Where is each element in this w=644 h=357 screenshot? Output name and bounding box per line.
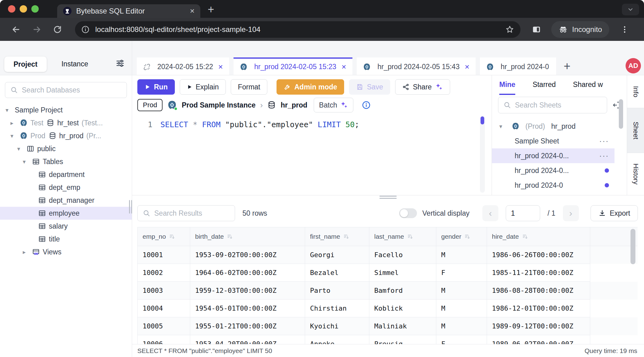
table-row[interactable]: 100051955-01-21T00:00:00ZKyoichiMaliniak… bbox=[137, 317, 638, 335]
table-cell[interactable]: M bbox=[436, 317, 487, 335]
sort-icon[interactable] bbox=[169, 233, 175, 240]
new-worksheet-button[interactable]: + bbox=[560, 57, 573, 75]
table-row[interactable]: 100011953-09-02T00:00:00ZGeorgiFacelloM1… bbox=[137, 246, 638, 264]
next-page-button[interactable]: › bbox=[563, 205, 579, 221]
table-cell[interactable]: Kyoichi bbox=[305, 317, 369, 335]
tree-item-views[interactable]: ▸Views bbox=[0, 245, 132, 258]
table-scrollbar-thumb[interactable] bbox=[630, 229, 635, 264]
table-cell[interactable]: Simmel bbox=[369, 264, 436, 282]
worksheet-tab[interactable]: hr_prod 2024-0 bbox=[480, 57, 556, 75]
chevron-right-icon[interactable]: ▸ bbox=[10, 120, 20, 127]
table-cell[interactable]: 1986-06-26T00:00:00Z bbox=[487, 246, 590, 264]
column-header-gender[interactable]: gender bbox=[436, 227, 487, 246]
table-cell[interactable]: F bbox=[436, 264, 487, 282]
side-panel-icon[interactable] bbox=[532, 25, 541, 34]
chevron-down-icon[interactable]: ▾ bbox=[499, 123, 509, 130]
browser-menu-icon[interactable] bbox=[620, 25, 629, 34]
chevron-down-icon[interactable]: ▾ bbox=[17, 145, 26, 152]
tree-item-sample-project[interactable]: ▾Sample Project bbox=[0, 104, 132, 116]
tree-item-salary[interactable]: salary bbox=[0, 220, 132, 233]
search-sheets-input[interactable]: Search Sheets bbox=[498, 97, 607, 113]
sort-icon[interactable] bbox=[407, 233, 413, 240]
table-cell[interactable]: 10005 bbox=[137, 317, 190, 335]
tree-item-employee[interactable]: employee bbox=[0, 207, 132, 220]
table-cell[interactable]: M bbox=[436, 282, 487, 300]
table-cell[interactable]: Anneke bbox=[305, 335, 369, 344]
column-header-first_name[interactable]: first_name bbox=[305, 227, 369, 246]
strip-tab-history[interactable]: History bbox=[627, 153, 644, 195]
browser-new-tab-button[interactable]: + bbox=[208, 3, 214, 16]
filter-sliders-icon[interactable] bbox=[115, 58, 125, 68]
sort-icon[interactable] bbox=[227, 233, 233, 240]
table-cell[interactable]: 1989-09-12T00:00:00Z bbox=[487, 317, 590, 335]
chevron-right-icon[interactable]: ▸ bbox=[23, 249, 32, 256]
minimize-window-button[interactable] bbox=[20, 5, 27, 13]
table-cell[interactable]: 1989-06-02T00:00:00Z bbox=[487, 335, 590, 344]
table-cell[interactable]: 1959-12-03T00:00:00Z bbox=[190, 282, 305, 300]
info-circle-icon[interactable] bbox=[362, 100, 371, 110]
avatar[interactable]: AD bbox=[626, 58, 641, 73]
panel-splitter[interactable] bbox=[132, 195, 644, 199]
sort-icon[interactable] bbox=[343, 233, 349, 240]
table-cell[interactable]: 1986-12-01T00:00:00Z bbox=[487, 300, 590, 317]
close-browser-tab-icon[interactable]: ✕ bbox=[190, 7, 195, 15]
search-databases-input[interactable]: Search Databases bbox=[5, 82, 127, 98]
prev-page-button[interactable]: ‹ bbox=[482, 205, 498, 221]
table-cell[interactable]: Koblick bbox=[369, 300, 436, 317]
database-name[interactable]: hr_prod bbox=[281, 101, 307, 109]
sheet-tab-shared-w[interactable]: Shared w bbox=[573, 75, 603, 95]
page-number-input[interactable]: 1 bbox=[506, 205, 540, 221]
table-cell[interactable]: Bezalel bbox=[305, 264, 369, 282]
table-row[interactable]: 100061953-04-20T00:00:00ZAnnekePreusigF1… bbox=[137, 335, 638, 344]
table-cell[interactable]: 10002 bbox=[137, 264, 190, 282]
sort-icon[interactable] bbox=[522, 233, 528, 240]
table-row[interactable]: 100031959-12-03T00:00:00ZPartoBamfordM19… bbox=[137, 282, 638, 300]
editor-scrollbar[interactable] bbox=[480, 116, 485, 193]
address-bar[interactable]: localhost:8080/sql-editor/sheet/project-… bbox=[75, 21, 520, 38]
table-cell[interactable]: F bbox=[436, 335, 487, 344]
tree-item-hr-test[interactable]: ▸Testhr_test(Test... bbox=[0, 116, 132, 129]
sheet-item[interactable]: hr_prod 2024-0...··· bbox=[492, 148, 615, 163]
sheet-tree-root[interactable]: ▾(Prod)hr_prod bbox=[492, 119, 627, 134]
table-cell[interactable]: Maliniak bbox=[369, 317, 436, 335]
tree-item-title[interactable]: title bbox=[0, 233, 132, 245]
table-cell[interactable]: Chirstian bbox=[305, 300, 369, 317]
tree-item-dept-manager[interactable]: dept_manager bbox=[0, 194, 132, 207]
worksheet-tab[interactable]: hr_prod 2024-02-05 15:43✕ bbox=[357, 57, 476, 75]
column-header-hire_date[interactable]: hire_date bbox=[487, 227, 590, 246]
sheet-item[interactable]: Sample Sheet··· bbox=[492, 134, 615, 148]
tree-item-dept-emp[interactable]: dept_emp bbox=[0, 181, 132, 194]
chevron-down-icon[interactable]: ▾ bbox=[10, 132, 20, 139]
table-row[interactable]: 100021964-06-02T00:00:00ZBezalelSimmelF1… bbox=[137, 264, 638, 282]
table-cell[interactable]: 1954-05-01T00:00:00Z bbox=[190, 300, 305, 317]
sort-icon[interactable] bbox=[464, 233, 470, 240]
sheet-item[interactable]: hr_prod 2024-0 bbox=[492, 178, 615, 193]
instance-name[interactable]: Prod Sample Instance bbox=[182, 101, 255, 109]
tab-project[interactable]: Project bbox=[4, 57, 47, 72]
column-header-last_name[interactable]: last_name bbox=[369, 227, 436, 246]
table-cell[interactable]: 1953-09-02T00:00:00Z bbox=[190, 246, 305, 264]
table-cell[interactable]: 1955-01-21T00:00:00Z bbox=[190, 317, 305, 335]
close-window-button[interactable] bbox=[8, 5, 15, 13]
sheet-tab-starred[interactable]: Starred bbox=[532, 75, 556, 95]
chevron-down-icon[interactable]: ▾ bbox=[23, 158, 32, 165]
table-cell[interactable]: Parto bbox=[305, 282, 369, 300]
close-tab-icon[interactable]: ✕ bbox=[341, 63, 347, 71]
sidebar-resize-handle[interactable] bbox=[129, 200, 132, 214]
bookmark-star-icon[interactable] bbox=[505, 25, 514, 34]
strip-tab-sheet[interactable]: Sheet bbox=[627, 108, 644, 153]
tree-item-department[interactable]: department bbox=[0, 168, 132, 181]
table-cell[interactable]: 10006 bbox=[137, 335, 190, 344]
worksheet-tab[interactable]: hr_prod 2024-02-05 15:23✕ bbox=[234, 57, 352, 75]
table-cell[interactable]: 1986-08-28T00:00:00Z bbox=[487, 282, 590, 300]
save-button[interactable]: Save bbox=[349, 79, 390, 95]
table-row[interactable]: 100041954-05-01T00:00:00ZChirstianKoblic… bbox=[137, 300, 638, 317]
chevron-down-icon[interactable]: ▾ bbox=[6, 107, 15, 114]
run-button[interactable]: Run bbox=[137, 79, 175, 95]
table-cell[interactable]: 1964-06-02T00:00:00Z bbox=[190, 264, 305, 282]
more-menu-icon[interactable]: ··· bbox=[599, 136, 609, 146]
strip-tab-info[interactable]: Info bbox=[627, 75, 644, 108]
close-tab-icon[interactable]: ✕ bbox=[218, 63, 223, 71]
back-icon[interactable] bbox=[11, 25, 21, 34]
column-header-emp_no[interactable]: emp_no bbox=[137, 227, 190, 246]
